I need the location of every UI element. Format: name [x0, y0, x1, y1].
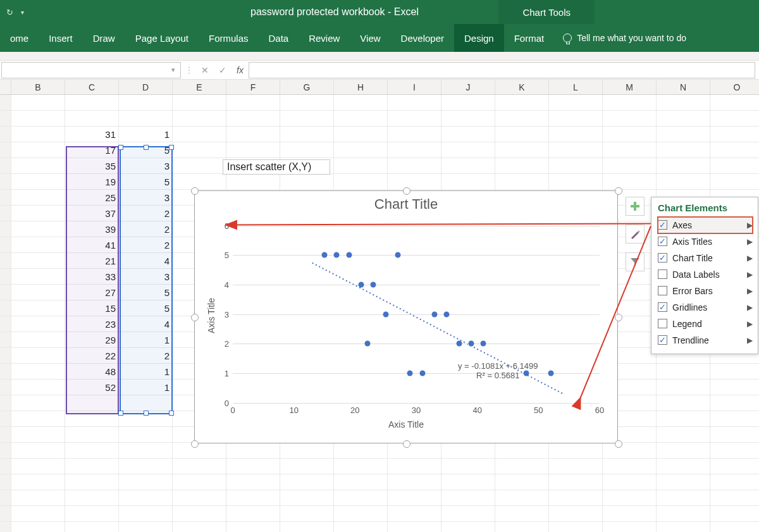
tab-developer[interactable]: Developer	[391, 24, 454, 52]
col-I: I	[388, 80, 441, 94]
trendline-equation: y = -0.1081x + 6.1499 R² = 0.5681	[458, 361, 538, 380]
chart-element-label: Data Labels	[672, 269, 742, 280]
chart-elements-popup[interactable]: Chart Elements Axes▶Axis Titles▶Chart Ti…	[651, 197, 758, 354]
x-axis-title[interactable]: Axis Title	[195, 419, 617, 430]
enter-icon[interactable]: ✓	[214, 65, 231, 75]
chevron-right-icon[interactable]: ▶	[747, 319, 753, 328]
chart-element-axes[interactable]: Axes▶	[658, 217, 753, 233]
col-O: O	[710, 80, 759, 94]
checkbox[interactable]	[658, 302, 667, 312]
chevron-right-icon[interactable]: ▶	[747, 254, 753, 263]
plot-area[interactable]: 01234560102030405060	[233, 226, 600, 403]
chart-element-trendline[interactable]: Trendline▶	[658, 332, 753, 349]
formula-bar: ▾ ⋮ ✕ ✓ fx	[0, 61, 759, 80]
chart-element-gridlines[interactable]: Gridlines▶	[658, 299, 753, 316]
bulb-icon	[563, 34, 572, 42]
chart-filters-button[interactable]	[626, 252, 645, 271]
col-C: C	[65, 80, 119, 94]
chart-element-label: Legend	[672, 319, 742, 329]
checkbox[interactable]	[658, 253, 667, 263]
tab-formulas[interactable]: Formulas	[199, 24, 259, 52]
col-M: M	[603, 80, 657, 94]
col-G: G	[280, 80, 334, 94]
fx-separator: ⋮	[182, 65, 196, 75]
checkbox[interactable]	[658, 286, 667, 295]
chevron-right-icon[interactable]: ▶	[747, 287, 753, 295]
tell-me-label: Tell me what you want to do	[577, 33, 686, 43]
tab-page-layout[interactable]: Page Layout	[125, 24, 199, 52]
col-N: N	[657, 80, 710, 94]
cell-F4-text[interactable]: Insert scatter (X,Y)	[223, 159, 330, 175]
chevron-right-icon[interactable]: ▶	[747, 237, 753, 246]
title-bar: ↻ ▾ password protected workbook - Excel …	[0, 0, 759, 24]
chart-element-data-labels[interactable]: Data Labels▶	[658, 266, 753, 283]
checkbox[interactable]	[658, 319, 667, 328]
checkbox[interactable]	[658, 335, 667, 345]
chart-element-axis-titles[interactable]: Axis Titles▶	[658, 233, 753, 250]
chevron-right-icon[interactable]: ▶	[747, 336, 753, 345]
svg-rect-2	[631, 205, 639, 207]
tab-data[interactable]: Data	[258, 24, 299, 52]
chart-object[interactable]: Chart Title Axis Title 01234560102030405…	[194, 190, 618, 443]
tab-home[interactable]: ome	[0, 24, 39, 52]
column-headers[interactable]: B C D E F G H I J K L M N O	[0, 80, 759, 95]
tab-design[interactable]: Design	[454, 24, 504, 52]
checkbox[interactable]	[658, 237, 667, 246]
col-D: D	[119, 80, 173, 94]
chart-element-label: Axes	[672, 220, 742, 230]
chevron-right-icon[interactable]: ▶	[747, 270, 753, 279]
chart-element-chart-title[interactable]: Chart Title▶	[658, 250, 753, 266]
fx-label[interactable]: fx	[231, 65, 249, 75]
tab-review[interactable]: Review	[299, 24, 350, 52]
redo-icon[interactable]: ↻	[6, 8, 13, 17]
col-F: F	[226, 80, 280, 94]
y-axis-title[interactable]: Axis Title	[206, 297, 216, 333]
tell-me[interactable]: Tell me what you want to do	[554, 24, 686, 52]
tab-format[interactable]: Format	[504, 24, 555, 52]
cancel-icon[interactable]: ✕	[196, 65, 214, 75]
chevron-right-icon[interactable]: ▶	[747, 221, 753, 230]
col-E: E	[173, 80, 226, 94]
col-K: K	[495, 80, 549, 94]
tab-insert[interactable]: Insert	[39, 24, 83, 52]
chart-element-label: Axis Titles	[672, 237, 742, 247]
popup-title: Chart Elements	[658, 202, 753, 213]
window-title: password protected workbook - Excel	[119, 6, 550, 18]
chevron-right-icon[interactable]: ▶	[747, 303, 753, 312]
chart-elements-button[interactable]	[626, 197, 645, 216]
tab-view[interactable]: View	[350, 24, 390, 52]
chart-element-legend[interactable]: Legend▶	[658, 316, 753, 332]
col-H: H	[334, 80, 388, 94]
chart-tools-label: Chart Tools	[498, 0, 595, 24]
ribbon-body	[0, 52, 759, 61]
name-box[interactable]: ▾	[1, 62, 181, 78]
tab-draw[interactable]: Draw	[83, 24, 125, 52]
chart-element-error-bars[interactable]: Error Bars▶	[658, 283, 753, 299]
checkbox[interactable]	[658, 269, 667, 279]
qat-dropdown-icon[interactable]: ▾	[21, 9, 24, 16]
checkbox[interactable]	[658, 220, 667, 230]
formula-input[interactable]	[249, 62, 755, 78]
chart-element-label: Trendline	[672, 335, 742, 345]
col-B: B	[11, 80, 65, 94]
chart-element-label: Error Bars	[672, 286, 742, 296]
chart-element-label: Gridlines	[672, 302, 742, 312]
ribbon-tabs: ome Insert Draw Page Layout Formulas Dat…	[0, 24, 759, 52]
chart-title[interactable]: Chart Title	[195, 196, 617, 213]
chart-styles-button[interactable]	[626, 225, 645, 244]
chart-element-label: Chart Title	[672, 253, 742, 263]
col-J: J	[441, 80, 495, 94]
col-L: L	[549, 80, 603, 94]
